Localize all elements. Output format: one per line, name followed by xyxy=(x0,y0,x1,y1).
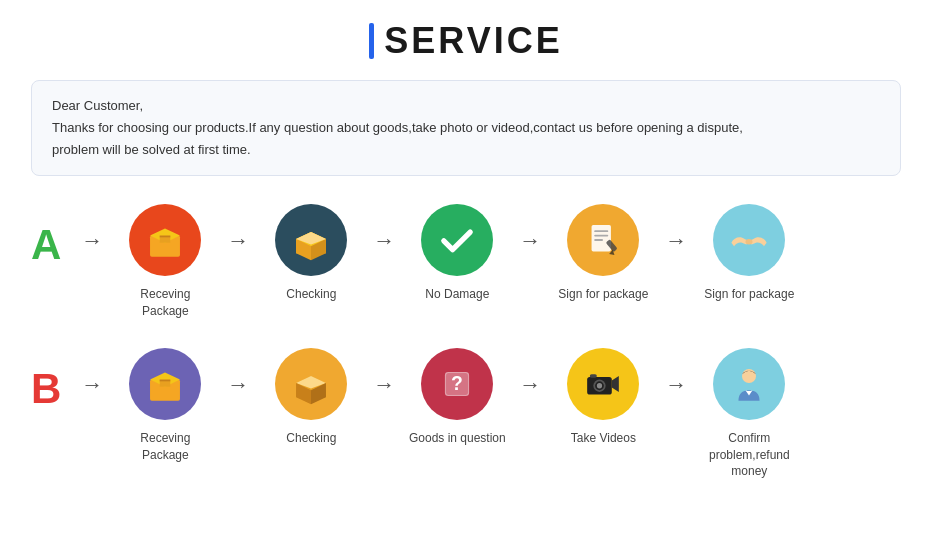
step-a4-icon-wrap xyxy=(567,204,639,276)
flow-b-step-4: Take Videos xyxy=(543,348,663,447)
svg-rect-33 xyxy=(590,374,597,378)
step-b4-label: Take Videos xyxy=(571,430,636,447)
arrow-b2: → xyxy=(373,348,395,396)
step-a5-icon-wrap xyxy=(713,204,785,276)
step-b5-icon-wrap xyxy=(713,348,785,420)
svg-rect-12 xyxy=(595,239,604,241)
page-header: SERVICE xyxy=(369,20,562,62)
step-b2-icon-wrap xyxy=(275,348,347,420)
step-b2-label: Checking xyxy=(286,430,336,447)
step-b1-label: Receving Package xyxy=(115,430,215,464)
svg-rect-10 xyxy=(595,231,609,233)
box-orange-icon xyxy=(143,218,187,262)
flow-b-step-2: Checking xyxy=(251,348,371,447)
step-b3-icon-wrap: ? xyxy=(421,348,493,420)
box-purple-icon xyxy=(143,362,187,406)
flow-b-step-5: Confirm problem,refund money xyxy=(689,348,809,480)
notice-line2: Thanks for choosing our products.If any … xyxy=(52,117,880,139)
flow-b-label: B xyxy=(31,348,61,410)
flow-a-step-4: Sign for package xyxy=(543,204,663,303)
person-icon xyxy=(727,362,771,406)
step-a1-label: Receving Package xyxy=(115,286,215,320)
flow-b-steps: Receving Package → Checking → xyxy=(105,348,901,480)
flow-a-step-1: Receving Package xyxy=(105,204,225,320)
sign-doc-icon xyxy=(581,218,625,262)
step-b3-label: Goods in question xyxy=(409,430,506,447)
step-b4-icon-wrap xyxy=(567,348,639,420)
arrow-b3: → xyxy=(519,348,541,396)
flow-b-step-3: ? Goods in question xyxy=(397,348,517,447)
notice-line1: Dear Customer, xyxy=(52,95,880,117)
flow-a-step-5: Sign for package xyxy=(689,204,809,303)
page-title: SERVICE xyxy=(384,20,562,62)
flow-b: B → Receving Package → xyxy=(31,348,901,480)
box-open-orange-icon xyxy=(289,362,333,406)
arrow-a1: → xyxy=(227,204,249,252)
checkmark-icon xyxy=(435,218,479,262)
step-b5-label: Confirm problem,refund money xyxy=(699,430,799,480)
question-box-icon: ? xyxy=(435,362,479,406)
step-a3-icon-wrap xyxy=(421,204,493,276)
notice-box: Dear Customer, Thanks for choosing our p… xyxy=(31,80,901,176)
svg-point-32 xyxy=(597,383,602,388)
arrow-a2: → xyxy=(373,204,395,252)
step-a4-label: Sign for package xyxy=(558,286,648,303)
flow-a-step-3: No Damage xyxy=(397,204,517,303)
flow-b-step-1: Receving Package xyxy=(105,348,225,464)
flow-a-steps: Receving Package → Checking → xyxy=(105,204,901,320)
box-open-icon xyxy=(289,218,333,262)
title-accent-bar xyxy=(369,23,374,59)
step-a2-label: Checking xyxy=(286,286,336,303)
step-b1-icon-wrap xyxy=(129,348,201,420)
svg-rect-19 xyxy=(160,379,171,381)
camera-icon xyxy=(581,362,625,406)
svg-point-15 xyxy=(746,239,753,244)
svg-marker-29 xyxy=(612,376,619,392)
handshake-icon xyxy=(727,218,771,262)
flow-b-start-arrow: → xyxy=(81,348,103,396)
step-a3-label: No Damage xyxy=(425,286,489,303)
step-a5-label: Sign for package xyxy=(704,286,794,303)
arrow-a3: → xyxy=(519,204,541,252)
arrow-b4: → xyxy=(665,348,687,396)
flow-a-start-arrow: → xyxy=(81,204,103,252)
flow-a: A → Receving Package → xyxy=(31,204,901,320)
flow-a-label: A xyxy=(31,204,61,266)
svg-rect-9 xyxy=(592,225,611,251)
step-a1-icon-wrap xyxy=(129,204,201,276)
svg-rect-3 xyxy=(160,236,171,238)
flow-a-step-2: Checking xyxy=(251,204,371,303)
svg-point-34 xyxy=(742,369,756,383)
arrow-a4: → xyxy=(665,204,687,252)
notice-line3: problem will be solved at first time. xyxy=(52,139,880,161)
arrow-b1: → xyxy=(227,348,249,396)
svg-text:?: ? xyxy=(451,372,463,394)
step-a2-icon-wrap xyxy=(275,204,347,276)
svg-rect-11 xyxy=(595,235,609,237)
